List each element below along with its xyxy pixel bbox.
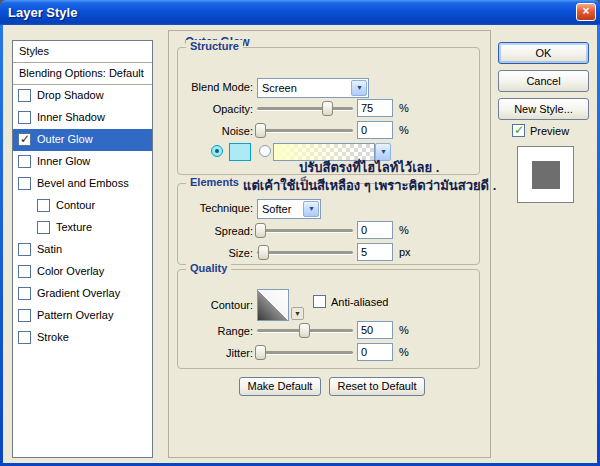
structure-legend: Structure [186, 40, 243, 52]
satin-checkbox[interactable] [18, 243, 31, 256]
size-slider-track[interactable] [257, 251, 353, 254]
spread-input[interactable] [357, 221, 393, 239]
opacity-slider-thumb[interactable] [322, 101, 333, 116]
outer-glow-checkbox[interactable] [18, 133, 31, 146]
list-item-texture[interactable]: Texture [13, 217, 152, 239]
list-item-pattern-overlay[interactable]: Pattern Overlay [13, 305, 152, 327]
bevel-emboss-checkbox[interactable] [18, 177, 31, 190]
opacity-slider[interactable] [257, 101, 353, 116]
spread-slider-track[interactable] [257, 229, 353, 232]
size-slider[interactable] [257, 245, 353, 260]
list-item-outer-glow[interactable]: Outer Glow [13, 129, 152, 151]
inner-shadow-checkbox[interactable] [18, 111, 31, 124]
elements-legend: Elements [186, 176, 243, 188]
list-item-label: Inner Glow [37, 155, 90, 167]
list-item-label: Gradient Overlay [37, 287, 120, 299]
list-item-inner-glow[interactable]: Inner Glow [13, 151, 152, 173]
contour-chevron-down-icon[interactable] [291, 307, 304, 320]
jitter-slider[interactable] [257, 345, 353, 360]
list-item-inner-shadow[interactable]: Inner Shadow [13, 107, 152, 129]
range-unit: % [399, 324, 409, 336]
chevron-down-icon[interactable] [303, 201, 319, 217]
spread-unit: % [399, 224, 409, 236]
range-slider-thumb[interactable] [299, 323, 310, 338]
drop-shadow-checkbox[interactable] [18, 89, 31, 102]
size-label: Size: [169, 247, 253, 259]
opacity-slider-track[interactable] [257, 107, 353, 110]
list-item-color-overlay[interactable]: Color Overlay [13, 261, 152, 283]
list-item-label: Pattern Overlay [37, 309, 113, 321]
technique-select[interactable]: Softer [257, 199, 321, 219]
noise-input[interactable] [357, 121, 393, 139]
blend-mode-value: Screen [262, 82, 297, 94]
noise-slider-track[interactable] [257, 129, 353, 132]
size-slider-thumb[interactable] [258, 245, 269, 260]
list-item-blending-options[interactable]: Blending Options: Default [13, 63, 152, 85]
jitter-unit: % [399, 346, 409, 358]
spread-slider-thumb[interactable] [255, 223, 266, 238]
jitter-input[interactable] [357, 343, 393, 361]
blend-mode-select[interactable]: Screen [257, 78, 369, 98]
reset-to-default-button[interactable]: Reset to Default [329, 377, 425, 396]
texture-checkbox[interactable] [37, 221, 50, 234]
new-style-button[interactable]: New Style... [498, 98, 589, 120]
spread-slider[interactable] [257, 223, 353, 238]
noise-slider-thumb[interactable] [255, 123, 266, 138]
list-item-label: Stroke [37, 331, 69, 343]
list-item-label: Outer Glow [37, 133, 93, 145]
range-label: Range: [169, 325, 253, 337]
gradient-radio[interactable] [259, 145, 271, 157]
cancel-button[interactable]: Cancel [498, 70, 589, 92]
styles-list: Styles Blending Options: Default Drop Sh… [12, 40, 153, 458]
outer-glow-panel: Outer Glow Structure Blend Mode: Screen … [168, 30, 491, 458]
list-item-drop-shadow[interactable]: Drop Shadow [13, 85, 152, 107]
list-item-styles[interactable]: Styles [13, 41, 152, 63]
close-button[interactable]: × [576, 3, 596, 21]
make-default-button[interactable]: Make Default [239, 377, 321, 396]
jitter-slider-thumb[interactable] [255, 345, 266, 360]
close-icon: × [582, 4, 589, 18]
list-item-label: Inner Shadow [37, 111, 105, 123]
technique-value: Softer [262, 203, 291, 215]
pattern-overlay-checkbox[interactable] [18, 309, 31, 322]
list-item-label: Contour [56, 199, 95, 211]
noise-unit: % [399, 124, 409, 136]
range-slider[interactable] [257, 323, 353, 338]
anti-aliased-checkbox[interactable] [313, 295, 326, 308]
blend-mode-label: Blend Mode: [169, 81, 253, 93]
list-item-label: Satin [37, 243, 62, 255]
preview-checkbox[interactable] [512, 124, 525, 137]
list-item-stroke[interactable]: Stroke [13, 327, 152, 349]
opacity-input[interactable] [357, 99, 393, 117]
inner-glow-checkbox[interactable] [18, 155, 31, 168]
contour-picker[interactable] [257, 289, 289, 321]
size-unit: px [399, 246, 411, 258]
preview-label: Preview [530, 125, 569, 137]
list-item-label: Drop Shadow [37, 89, 104, 101]
range-input[interactable] [357, 321, 393, 339]
list-item-label: Blending Options: Default [19, 67, 144, 79]
list-item-label: Styles [19, 45, 49, 57]
contour-checkbox[interactable] [37, 199, 50, 212]
gradient-overlay-checkbox[interactable] [18, 287, 31, 300]
color-overlay-checkbox[interactable] [18, 265, 31, 278]
list-item-satin[interactable]: Satin [13, 239, 152, 261]
annotation-line2: แต่เค้าใช้เป็นสีเหลือง ๆ เพราะคิดว่ามันส… [243, 175, 496, 196]
noise-slider[interactable] [257, 123, 353, 138]
size-input[interactable] [357, 243, 393, 261]
titlebar[interactable]: Layer Style × [0, 0, 600, 25]
ok-button[interactable]: OK [498, 42, 589, 64]
list-item-gradient-overlay[interactable]: Gradient Overlay [13, 283, 152, 305]
contour-label: Contour: [169, 299, 253, 311]
stroke-checkbox[interactable] [18, 331, 31, 344]
glow-color-swatch[interactable] [229, 143, 251, 161]
list-item-label: Color Overlay [37, 265, 104, 277]
noise-label: Noise: [169, 125, 253, 137]
list-item-contour[interactable]: Contour [13, 195, 152, 217]
chevron-down-icon[interactable] [351, 80, 367, 96]
list-item-bevel-and-emboss[interactable]: Bevel and Emboss [13, 173, 152, 195]
solid-color-radio[interactable] [211, 145, 223, 157]
opacity-unit: % [399, 102, 409, 114]
jitter-slider-track[interactable] [257, 351, 353, 354]
spread-label: Spread: [169, 225, 253, 237]
